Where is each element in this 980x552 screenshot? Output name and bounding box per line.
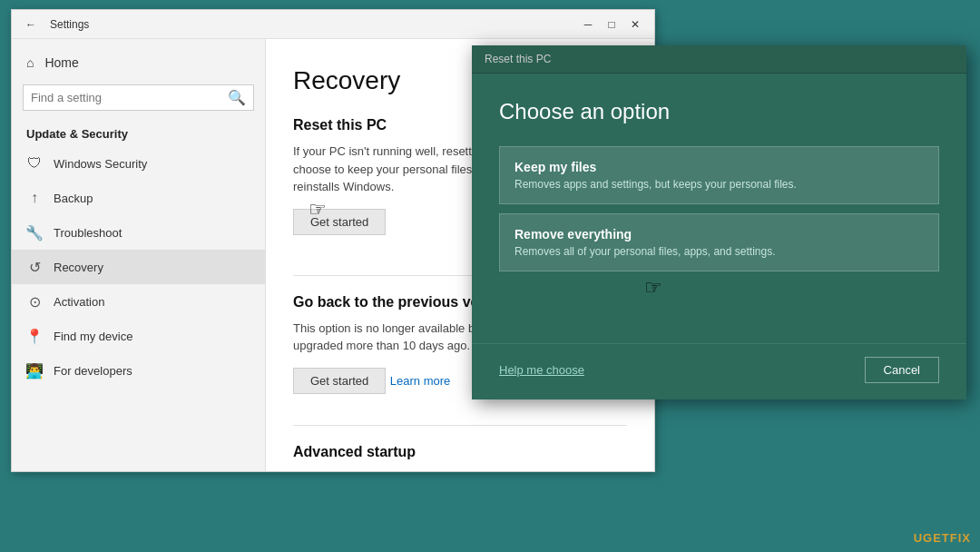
sidebar-label-backup: Backup (54, 192, 93, 205)
remove-everything-desc: Removes all of your personal files, apps… (514, 245, 924, 258)
watermark-accent: ET (933, 531, 950, 545)
sidebar: ⌂ Home 🔍 Update & Security 🛡 Windows Sec… (12, 39, 266, 471)
backup-icon: ↑ (26, 190, 43, 206)
learn-more-link[interactable]: Learn more (390, 374, 450, 388)
keep-files-desc: Removes apps and settings, but keeps you… (514, 178, 924, 191)
dialog-titlebar: Reset this PC (472, 45, 966, 74)
home-label: Home (44, 55, 78, 70)
sidebar-label-windows-security: Windows Security (54, 157, 147, 171)
search-icon: 🔍 (228, 89, 246, 106)
developers-icon: 👨‍💻 (26, 362, 43, 379)
dialog-main-title: Choose an option (499, 99, 939, 124)
sidebar-label-troubleshoot: Troubleshoot (54, 226, 122, 240)
remove-everything-option[interactable]: Remove everything Removes all of your pe… (499, 213, 939, 271)
activation-icon: ⊙ (26, 293, 43, 310)
sidebar-item-windows-security[interactable]: 🛡 Windows Security (12, 146, 265, 181)
help-me-choose-link[interactable]: Help me choose (499, 363, 584, 377)
sidebar-label-activation: Activation (54, 295, 104, 309)
title-bar-left: ← Settings (21, 15, 89, 34)
watermark-prefix: UG (914, 531, 934, 545)
go-back-get-started-button[interactable]: Get started (293, 368, 386, 394)
dialog-title-text: Reset this PC (485, 53, 551, 65)
keep-files-option[interactable]: Keep my files Removes apps and settings,… (499, 146, 939, 204)
watermark: UGETFIX (914, 531, 971, 545)
sidebar-section-title: Update & Security (12, 120, 265, 146)
cancel-button[interactable]: Cancel (865, 357, 939, 383)
sidebar-label-find-my-device: Find my device (54, 330, 132, 343)
title-bar: ← Settings ─ □ ✕ (12, 10, 654, 39)
watermark-suffix: FIX (950, 531, 971, 545)
search-input[interactable] (31, 91, 228, 104)
reset-dialog: Reset this PC Choose an option Keep my f… (472, 45, 966, 399)
divider-2 (293, 425, 627, 426)
home-icon: ⌂ (26, 55, 34, 70)
title-bar-controls: ─ □ ✕ (578, 15, 645, 34)
dialog-footer: Help me choose Cancel (472, 343, 966, 399)
reset-get-started-button[interactable]: Get started (293, 209, 386, 235)
minimize-button[interactable]: ─ (578, 15, 598, 34)
sidebar-home[interactable]: ⌂ Home (12, 46, 265, 79)
sidebar-item-activation[interactable]: ⊙ Activation (12, 284, 265, 319)
sidebar-item-recovery[interactable]: ↺ Recovery (12, 250, 265, 284)
recovery-icon: ↺ (26, 259, 43, 275)
troubleshoot-icon: 🔧 (26, 224, 43, 241)
keep-files-title: Keep my files (514, 160, 924, 174)
sidebar-search-container: 🔍 (23, 84, 254, 111)
advanced-startup-title: Advanced startup (293, 444, 627, 460)
sidebar-item-find-my-device[interactable]: 📍 Find my device (12, 319, 265, 353)
sidebar-item-for-developers[interactable]: 👨‍💻 For developers (12, 353, 265, 388)
sidebar-item-backup[interactable]: ↑ Backup (12, 181, 265, 215)
sidebar-label-recovery: Recovery (54, 261, 103, 274)
sidebar-label-for-developers: For developers (54, 364, 132, 378)
find-device-icon: 📍 (26, 328, 43, 344)
sidebar-item-troubleshoot[interactable]: 🔧 Troubleshoot (12, 215, 265, 250)
close-button[interactable]: ✕ (625, 15, 645, 34)
window-title: Settings (50, 18, 89, 31)
dialog-body: Choose an option Keep my files Removes a… (472, 74, 966, 343)
remove-everything-title: Remove everything (514, 227, 924, 242)
back-button[interactable]: ← (21, 15, 41, 34)
maximize-button[interactable]: □ (602, 15, 622, 34)
shield-icon: 🛡 (26, 155, 43, 172)
